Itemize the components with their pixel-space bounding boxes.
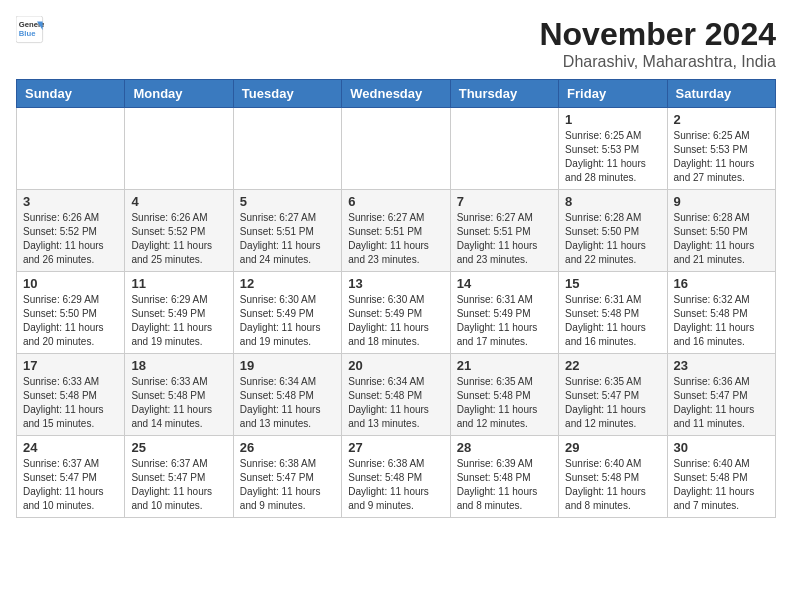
day-number: 10 (23, 276, 118, 291)
weekday-header-monday: Monday (125, 80, 233, 108)
calendar-cell: 2Sunrise: 6:25 AM Sunset: 5:53 PM Daylig… (667, 108, 775, 190)
day-info: Sunrise: 6:34 AM Sunset: 5:48 PM Dayligh… (240, 375, 335, 431)
calendar-cell: 22Sunrise: 6:35 AM Sunset: 5:47 PM Dayli… (559, 354, 667, 436)
day-number: 24 (23, 440, 118, 455)
day-number: 9 (674, 194, 769, 209)
calendar-cell: 7Sunrise: 6:27 AM Sunset: 5:51 PM Daylig… (450, 190, 558, 272)
day-number: 13 (348, 276, 443, 291)
calendar-cell: 5Sunrise: 6:27 AM Sunset: 5:51 PM Daylig… (233, 190, 341, 272)
calendar-table: SundayMondayTuesdayWednesdayThursdayFrid… (16, 79, 776, 518)
day-info: Sunrise: 6:34 AM Sunset: 5:48 PM Dayligh… (348, 375, 443, 431)
calendar-cell: 8Sunrise: 6:28 AM Sunset: 5:50 PM Daylig… (559, 190, 667, 272)
calendar-cell: 11Sunrise: 6:29 AM Sunset: 5:49 PM Dayli… (125, 272, 233, 354)
day-number: 25 (131, 440, 226, 455)
day-info: Sunrise: 6:28 AM Sunset: 5:50 PM Dayligh… (565, 211, 660, 267)
logo: General Blue (16, 16, 44, 44)
day-number: 2 (674, 112, 769, 127)
day-number: 15 (565, 276, 660, 291)
day-info: Sunrise: 6:31 AM Sunset: 5:48 PM Dayligh… (565, 293, 660, 349)
day-info: Sunrise: 6:29 AM Sunset: 5:50 PM Dayligh… (23, 293, 118, 349)
location-subtitle: Dharashiv, Maharashtra, India (539, 53, 776, 71)
calendar-cell: 4Sunrise: 6:26 AM Sunset: 5:52 PM Daylig… (125, 190, 233, 272)
header: General Blue November 2024 Dharashiv, Ma… (16, 16, 776, 71)
calendar-week-1: 1Sunrise: 6:25 AM Sunset: 5:53 PM Daylig… (17, 108, 776, 190)
day-info: Sunrise: 6:40 AM Sunset: 5:48 PM Dayligh… (674, 457, 769, 513)
calendar-cell: 27Sunrise: 6:38 AM Sunset: 5:48 PM Dayli… (342, 436, 450, 518)
calendar-cell: 14Sunrise: 6:31 AM Sunset: 5:49 PM Dayli… (450, 272, 558, 354)
day-info: Sunrise: 6:27 AM Sunset: 5:51 PM Dayligh… (348, 211, 443, 267)
day-info: Sunrise: 6:33 AM Sunset: 5:48 PM Dayligh… (23, 375, 118, 431)
day-info: Sunrise: 6:39 AM Sunset: 5:48 PM Dayligh… (457, 457, 552, 513)
day-number: 26 (240, 440, 335, 455)
weekday-header-friday: Friday (559, 80, 667, 108)
day-number: 3 (23, 194, 118, 209)
day-number: 21 (457, 358, 552, 373)
title-block: November 2024 Dharashiv, Maharashtra, In… (539, 16, 776, 71)
calendar-cell: 6Sunrise: 6:27 AM Sunset: 5:51 PM Daylig… (342, 190, 450, 272)
day-number: 11 (131, 276, 226, 291)
day-info: Sunrise: 6:26 AM Sunset: 5:52 PM Dayligh… (131, 211, 226, 267)
day-number: 19 (240, 358, 335, 373)
calendar-cell: 16Sunrise: 6:32 AM Sunset: 5:48 PM Dayli… (667, 272, 775, 354)
weekday-header-row: SundayMondayTuesdayWednesdayThursdayFrid… (17, 80, 776, 108)
weekday-header-tuesday: Tuesday (233, 80, 341, 108)
calendar-cell: 26Sunrise: 6:38 AM Sunset: 5:47 PM Dayli… (233, 436, 341, 518)
calendar-cell: 12Sunrise: 6:30 AM Sunset: 5:49 PM Dayli… (233, 272, 341, 354)
day-info: Sunrise: 6:31 AM Sunset: 5:49 PM Dayligh… (457, 293, 552, 349)
day-info: Sunrise: 6:38 AM Sunset: 5:48 PM Dayligh… (348, 457, 443, 513)
calendar-week-2: 3Sunrise: 6:26 AM Sunset: 5:52 PM Daylig… (17, 190, 776, 272)
day-info: Sunrise: 6:29 AM Sunset: 5:49 PM Dayligh… (131, 293, 226, 349)
day-info: Sunrise: 6:25 AM Sunset: 5:53 PM Dayligh… (565, 129, 660, 185)
calendar-cell: 20Sunrise: 6:34 AM Sunset: 5:48 PM Dayli… (342, 354, 450, 436)
day-number: 12 (240, 276, 335, 291)
day-number: 27 (348, 440, 443, 455)
day-info: Sunrise: 6:27 AM Sunset: 5:51 PM Dayligh… (240, 211, 335, 267)
calendar-cell (233, 108, 341, 190)
weekday-header-wednesday: Wednesday (342, 80, 450, 108)
day-number: 28 (457, 440, 552, 455)
logo-icon: General Blue (16, 16, 44, 44)
day-info: Sunrise: 6:25 AM Sunset: 5:53 PM Dayligh… (674, 129, 769, 185)
page-container: General Blue November 2024 Dharashiv, Ma… (16, 16, 776, 518)
day-number: 1 (565, 112, 660, 127)
weekday-header-thursday: Thursday (450, 80, 558, 108)
day-number: 5 (240, 194, 335, 209)
calendar-cell: 18Sunrise: 6:33 AM Sunset: 5:48 PM Dayli… (125, 354, 233, 436)
calendar-cell (342, 108, 450, 190)
calendar-cell: 10Sunrise: 6:29 AM Sunset: 5:50 PM Dayli… (17, 272, 125, 354)
calendar-cell: 9Sunrise: 6:28 AM Sunset: 5:50 PM Daylig… (667, 190, 775, 272)
calendar-cell: 3Sunrise: 6:26 AM Sunset: 5:52 PM Daylig… (17, 190, 125, 272)
calendar-cell: 25Sunrise: 6:37 AM Sunset: 5:47 PM Dayli… (125, 436, 233, 518)
day-info: Sunrise: 6:28 AM Sunset: 5:50 PM Dayligh… (674, 211, 769, 267)
day-number: 17 (23, 358, 118, 373)
calendar-cell: 21Sunrise: 6:35 AM Sunset: 5:48 PM Dayli… (450, 354, 558, 436)
day-number: 8 (565, 194, 660, 209)
day-number: 20 (348, 358, 443, 373)
day-info: Sunrise: 6:32 AM Sunset: 5:48 PM Dayligh… (674, 293, 769, 349)
day-info: Sunrise: 6:37 AM Sunset: 5:47 PM Dayligh… (23, 457, 118, 513)
calendar-cell: 29Sunrise: 6:40 AM Sunset: 5:48 PM Dayli… (559, 436, 667, 518)
day-info: Sunrise: 6:26 AM Sunset: 5:52 PM Dayligh… (23, 211, 118, 267)
calendar-cell (17, 108, 125, 190)
day-number: 29 (565, 440, 660, 455)
calendar-cell: 23Sunrise: 6:36 AM Sunset: 5:47 PM Dayli… (667, 354, 775, 436)
day-number: 14 (457, 276, 552, 291)
month-title: November 2024 (539, 16, 776, 53)
day-number: 7 (457, 194, 552, 209)
svg-text:Blue: Blue (19, 29, 36, 38)
day-info: Sunrise: 6:30 AM Sunset: 5:49 PM Dayligh… (240, 293, 335, 349)
day-info: Sunrise: 6:35 AM Sunset: 5:47 PM Dayligh… (565, 375, 660, 431)
calendar-cell: 30Sunrise: 6:40 AM Sunset: 5:48 PM Dayli… (667, 436, 775, 518)
calendar-cell: 13Sunrise: 6:30 AM Sunset: 5:49 PM Dayli… (342, 272, 450, 354)
calendar-cell: 1Sunrise: 6:25 AM Sunset: 5:53 PM Daylig… (559, 108, 667, 190)
day-info: Sunrise: 6:40 AM Sunset: 5:48 PM Dayligh… (565, 457, 660, 513)
day-info: Sunrise: 6:33 AM Sunset: 5:48 PM Dayligh… (131, 375, 226, 431)
day-number: 23 (674, 358, 769, 373)
calendar-cell: 15Sunrise: 6:31 AM Sunset: 5:48 PM Dayli… (559, 272, 667, 354)
day-number: 4 (131, 194, 226, 209)
day-info: Sunrise: 6:37 AM Sunset: 5:47 PM Dayligh… (131, 457, 226, 513)
day-number: 18 (131, 358, 226, 373)
day-number: 22 (565, 358, 660, 373)
calendar-cell: 19Sunrise: 6:34 AM Sunset: 5:48 PM Dayli… (233, 354, 341, 436)
calendar-cell: 28Sunrise: 6:39 AM Sunset: 5:48 PM Dayli… (450, 436, 558, 518)
